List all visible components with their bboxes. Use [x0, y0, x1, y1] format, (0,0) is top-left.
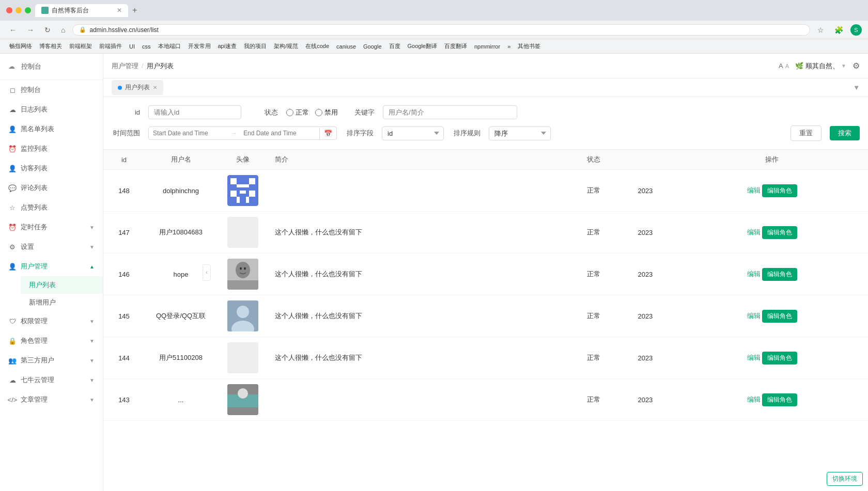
edit-role-button[interactable]: 编辑角色: [762, 268, 797, 281]
tab-indicator: [118, 86, 122, 90]
sidebar-item-blacklist[interactable]: 👤 黑名单列表: [0, 119, 103, 139]
bookmark-1[interactable]: 博客相关: [36, 41, 65, 51]
sidebar-item-permissions[interactable]: 🛡 权限管理 ▼: [0, 311, 103, 331]
edit-role-button[interactable]: 编辑角色: [762, 310, 797, 323]
bookmark-other[interactable]: 其他书签: [515, 41, 544, 51]
bookmark-more[interactable]: »: [504, 42, 514, 51]
search-button[interactable]: 搜索: [830, 126, 860, 140]
user-avatar-icon: 🌿: [795, 62, 803, 70]
bookmark-16[interactable]: 百度翻译: [441, 41, 470, 51]
sidebar-item-monitor[interactable]: ⏰ 监控列表: [0, 139, 103, 159]
tab-close-icon[interactable]: ✕: [153, 85, 157, 90]
svg-rect-6: [237, 197, 240, 203]
cell-status: 正常: [573, 295, 614, 337]
sidebar-item-dashboard[interactable]: ◻ 控制台: [0, 80, 103, 100]
end-date-input[interactable]: [239, 127, 319, 139]
bookmark-14[interactable]: 百度: [386, 41, 404, 51]
settings-gear-icon[interactable]: ⚙: [853, 61, 860, 71]
blacklist-icon: 👤: [8, 125, 17, 133]
home-button[interactable]: ⌂: [58, 25, 68, 35]
edit-role-button[interactable]: 编辑角色: [762, 352, 797, 365]
sort-field-select[interactable]: id: [382, 126, 444, 140]
edit-button[interactable]: 编辑: [747, 311, 761, 321]
svg-rect-3: [237, 184, 249, 187]
tab-collapse-icon[interactable]: ▼: [853, 84, 860, 91]
cloud-icon: ☁: [8, 376, 17, 384]
calendar-icon[interactable]: 📅: [319, 128, 336, 139]
edit-role-button[interactable]: 编辑角色: [762, 226, 797, 239]
extensions-button[interactable]: 🧩: [831, 25, 846, 35]
bookmark-5[interactable]: css: [139, 42, 154, 51]
status-normal-input[interactable]: [286, 109, 293, 116]
date-range-picker[interactable]: → 📅: [148, 126, 337, 140]
sidebar-sub-item-add-user[interactable]: 新增用户: [21, 294, 103, 311]
sidebar-item-scheduler[interactable]: ⏰ 定时任务 ▼: [0, 217, 103, 237]
sidebar-item-third-party[interactable]: 👥 第三方用户 ▼: [0, 351, 103, 370]
bookmark-9[interactable]: 我的项目: [241, 41, 270, 51]
sidebar-item-logs[interactable]: ☁ 日志列表: [0, 100, 103, 119]
maximize-button[interactable]: [25, 7, 31, 13]
bookmark-4[interactable]: UI: [126, 42, 138, 51]
bookmark-10[interactable]: 架构/规范: [271, 41, 301, 51]
status-disabled-input[interactable]: [315, 109, 322, 116]
new-tab-button[interactable]: +: [132, 6, 137, 15]
switch-env-button[interactable]: 切换环境: [827, 472, 863, 486]
status-disabled-radio[interactable]: 禁用: [315, 108, 338, 117]
edit-button[interactable]: 编辑: [747, 270, 761, 279]
edit-button[interactable]: 编辑: [747, 395, 761, 404]
sidebar-item-comments[interactable]: 💬 评论列表: [0, 178, 103, 198]
tab-bar: 用户列表 ✕ ▼: [103, 78, 868, 97]
bookmark-0[interactable]: 畅指网络: [6, 41, 35, 51]
bookmark-11[interactable]: 在线code: [302, 41, 332, 51]
sidebar-item-roles[interactable]: 🔒 角色管理 ▼: [0, 331, 103, 351]
cell-date: 2023: [614, 170, 676, 212]
start-date-input[interactable]: [149, 127, 229, 139]
bookmark-7[interactable]: 开发常用: [185, 41, 214, 51]
reset-button[interactable]: 重置: [791, 125, 822, 141]
cell-avatar: [217, 212, 269, 254]
bookmark-17[interactable]: npmmirror: [471, 42, 503, 51]
bookmark-2[interactable]: 前端框架: [66, 41, 95, 51]
close-button[interactable]: [6, 7, 12, 13]
edit-button[interactable]: 编辑: [747, 353, 761, 362]
sidebar-sub-item-user-list[interactable]: 用户列表: [21, 276, 103, 294]
bookmark-15[interactable]: Google翻译: [405, 41, 440, 51]
cell-id: 146: [103, 254, 145, 295]
bookmark-13[interactable]: Google: [360, 42, 384, 51]
bookmark-button[interactable]: ☆: [814, 25, 827, 35]
status-normal-radio[interactable]: 正常: [286, 108, 309, 117]
bookmark-6[interactable]: 本地端口: [155, 41, 184, 51]
back-button[interactable]: ←: [6, 25, 20, 35]
keyword-input[interactable]: [383, 105, 517, 119]
edit-role-button[interactable]: 编辑角色: [762, 393, 797, 406]
user-icon: 👤: [8, 262, 17, 271]
sidebar-item-likes[interactable]: ☆ 点赞列表: [0, 198, 103, 217]
translate-button[interactable]: A A: [779, 62, 789, 70]
cell-id: 148: [103, 170, 145, 212]
bookmark-3[interactable]: 前端插件: [96, 41, 125, 51]
sidebar-item-settings[interactable]: ⚙ 设置 ▼: [0, 237, 103, 257]
permission-icon: 🛡: [8, 317, 17, 325]
profile-button[interactable]: S: [850, 24, 862, 36]
bookmark-8[interactable]: api速查: [215, 41, 240, 51]
id-input[interactable]: [148, 105, 241, 119]
sidebar-item-qiniu[interactable]: ☁ 七牛云管理 ▼: [0, 370, 103, 390]
bookmark-12[interactable]: caniuse: [333, 42, 359, 51]
edit-role-button[interactable]: 编辑角色: [762, 184, 797, 197]
cell-id: 145: [103, 295, 145, 337]
sidebar-item-visitors[interactable]: 👤 访客列表: [0, 159, 103, 178]
refresh-button[interactable]: ↻: [41, 25, 54, 35]
sidebar-collapse-button[interactable]: ‹: [203, 264, 211, 281]
edit-button[interactable]: 编辑: [747, 228, 761, 237]
browser-tab[interactable]: 自然博客后台 ✕: [35, 4, 128, 17]
edit-button[interactable]: 编辑: [747, 186, 761, 195]
sidebar-item-articles[interactable]: </> 文章管理 ▼: [0, 390, 103, 409]
user-list-tab[interactable]: 用户列表 ✕: [112, 80, 163, 95]
minimize-button[interactable]: [16, 7, 22, 13]
sidebar-item-user-management[interactable]: 👤 用户管理 ▲: [0, 257, 103, 276]
forward-button[interactable]: →: [24, 25, 37, 35]
user-button[interactable]: 🌿 顺其自然、 ▼: [795, 61, 846, 71]
tab-close-button[interactable]: ✕: [117, 7, 122, 14]
sort-rule-select[interactable]: 降序: [489, 126, 551, 140]
address-bar[interactable]: 🔒 admin.hsslive.cn/user/list: [72, 24, 810, 36]
